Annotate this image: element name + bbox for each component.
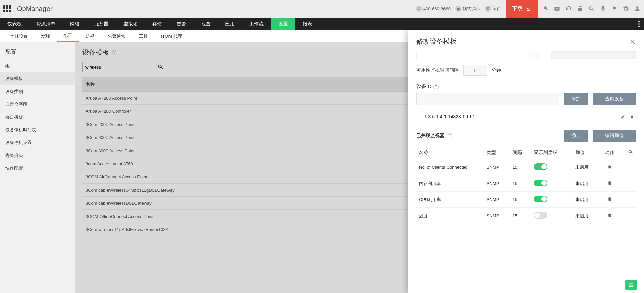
monitor-row: No. of Clients ConnectedSNMP15未启用: [416, 159, 636, 175]
mon-dial: [531, 175, 573, 192]
search-button-icon[interactable]: [157, 64, 164, 70]
mainnav-tab[interactable]: 工作流: [242, 18, 271, 30]
subnav-tab[interactable]: ITOM 代理: [154, 30, 189, 42]
mainnav-tab[interactable]: 设置: [271, 18, 295, 30]
sidebar-item[interactable]: 告警升级: [0, 149, 75, 162]
trash-icon[interactable]: [607, 213, 612, 218]
mainnav-tab[interactable]: 报表: [295, 18, 319, 30]
main-nav: 仪表板资源清单网络服务器虚拟化存储告警地图应用工作流设置报表: [0, 18, 644, 30]
sidebar-item[interactable]: 设备停机时间表: [0, 124, 75, 136]
mon-interval: 15: [510, 175, 531, 192]
video-icon[interactable]: [554, 5, 560, 12]
edit-icon[interactable]: [620, 114, 626, 119]
sidebar-item[interactable]: 组: [0, 60, 75, 72]
sidebar-title: 配置: [0, 44, 75, 60]
quote-pill[interactable]: $ 询价: [485, 6, 501, 12]
subnav-tab[interactable]: 告警通知: [101, 30, 132, 42]
trash-icon[interactable]: [629, 114, 635, 119]
trash-icon[interactable]: [607, 164, 612, 169]
mon-threshold: 未启用: [573, 192, 599, 208]
edit-panel: 修改设备模板 可用性监视时间间隔 分钟 设备ID ? 添加 查询设备 .1.3.…: [408, 30, 644, 293]
mon-action: [599, 175, 620, 192]
mon-threshold: 未启用: [573, 175, 599, 192]
svg-point-1: [638, 23, 640, 25]
mainnav-tab[interactable]: 资源清单: [29, 18, 63, 30]
mon-header-search[interactable]: [620, 146, 636, 159]
monitor-row: 内存利用率SNMP15未启用: [416, 175, 636, 192]
user-icon[interactable]: [634, 5, 641, 12]
query-device-button[interactable]: 查询设备: [593, 93, 636, 105]
page-title: 设备模板: [82, 48, 109, 57]
sidebar-item[interactable]: 设备停机设置: [0, 136, 75, 149]
gift-icon[interactable]: [577, 5, 583, 12]
mon-type: SNMP: [484, 208, 510, 224]
phone-pill[interactable]: ✆ 400-660-8680: [416, 6, 451, 12]
mon-header-dial: 显示刻度板: [531, 146, 573, 159]
mon-dial: [531, 208, 573, 224]
mainnav-tab[interactable]: 告警: [169, 18, 193, 30]
svg-point-2: [638, 26, 640, 27]
search-icon[interactable]: [628, 149, 633, 155]
subnav-tab[interactable]: 配置: [57, 30, 79, 42]
help-icon[interactable]: ?: [433, 84, 439, 89]
help-icon[interactable]: ?: [447, 133, 452, 138]
sidebar-item[interactable]: 设备模板: [0, 72, 75, 85]
oid-value: .1.3.6.1.4.1.14823.1.1.51: [418, 114, 620, 119]
monitor-row: 温度SNMP15未启用: [416, 208, 636, 224]
svg-point-0: [638, 21, 640, 22]
dial-toggle[interactable]: [534, 180, 547, 186]
panel-title: 修改设备模板: [416, 37, 457, 46]
subnav-tab[interactable]: 常规设置: [3, 30, 34, 42]
trash-icon[interactable]: [607, 180, 612, 186]
demo-pill[interactable]: ▦ 预约演示: [455, 6, 480, 12]
ghost-placeholder: [416, 51, 636, 59]
mon-action: [599, 159, 620, 175]
device-id-input[interactable]: [416, 93, 559, 105]
plug-icon[interactable]: [611, 5, 618, 12]
add-oid-button[interactable]: 添加: [564, 93, 588, 105]
download-button[interactable]: 下载: [506, 0, 538, 18]
app-launcher-icon[interactable]: [3, 5, 11, 13]
close-icon[interactable]: [629, 38, 636, 45]
mon-header-type: 类型: [484, 146, 510, 159]
mainnav-tab[interactable]: 虚拟化: [116, 18, 145, 30]
mon-header-threshold: 阈值: [573, 146, 599, 159]
sidebar-item[interactable]: 接口模板: [0, 111, 75, 124]
mon-dial: [531, 192, 573, 208]
subnav-tab[interactable]: 工具: [132, 30, 154, 42]
dial-toggle[interactable]: [534, 163, 547, 170]
mon-threshold: 未启用: [573, 159, 599, 175]
trash-icon[interactable]: [607, 196, 612, 202]
mon-header-action: 动作: [599, 146, 620, 159]
sidebar-item[interactable]: 自定义字段: [0, 98, 75, 111]
mainnav-tab[interactable]: 应用: [218, 18, 242, 30]
calendar-icon: ▦: [455, 6, 461, 12]
mon-interval: 15: [510, 208, 531, 224]
mainnav-tab[interactable]: 服务器: [87, 18, 116, 30]
edit-threshold-button[interactable]: 编辑阈值: [593, 130, 636, 142]
mainnav-tab[interactable]: 存储: [145, 18, 169, 30]
help-icon[interactable]: ?: [112, 50, 117, 55]
gear-icon[interactable]: [622, 5, 629, 12]
mainnav-tab[interactable]: 地图: [193, 18, 218, 30]
nav-more-button[interactable]: [634, 18, 644, 30]
mon-name: 温度: [416, 208, 484, 224]
subnav-tab[interactable]: 监视: [79, 30, 101, 42]
search-icon[interactable]: [588, 5, 595, 12]
dial-toggle[interactable]: [534, 212, 547, 219]
bell-icon[interactable]: [600, 5, 606, 12]
rocket-icon[interactable]: [542, 5, 549, 12]
dial-toggle[interactable]: [534, 196, 547, 202]
add-monitor-button[interactable]: 添加: [564, 130, 588, 142]
subnav-tab[interactable]: 发现: [34, 30, 57, 42]
sidebar-item[interactable]: 快速配置: [0, 162, 75, 175]
headset-icon[interactable]: [565, 5, 572, 12]
mon-name: No. of Clients Connected: [416, 159, 484, 175]
mainnav-tab[interactable]: 仪表板: [0, 18, 29, 30]
device-id-label: 设备ID: [416, 83, 431, 90]
sidebar-item[interactable]: 设备类别: [0, 85, 75, 98]
float-action-button[interactable]: [625, 280, 637, 290]
avail-interval-input[interactable]: [463, 65, 487, 76]
mainnav-tab[interactable]: 网络: [63, 18, 87, 30]
search-input[interactable]: [82, 62, 154, 72]
